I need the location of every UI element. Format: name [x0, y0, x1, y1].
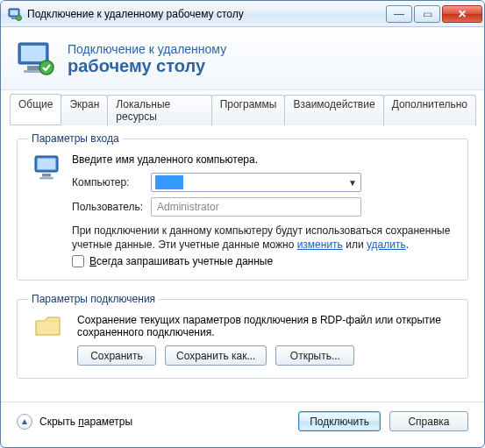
- login-legend: Параметры входа: [28, 132, 123, 145]
- svg-rect-11: [42, 174, 51, 177]
- tab-display[interactable]: Экран: [61, 95, 108, 125]
- footer: ▲ Скрыть параметры Подключить Справка: [1, 402, 484, 440]
- user-label: Пользователь:: [72, 201, 151, 213]
- close-button[interactable]: ✕: [442, 5, 482, 23]
- computer-value: [155, 175, 183, 189]
- header-line2: рабочему столу: [68, 56, 226, 75]
- svg-rect-1: [11, 10, 18, 15]
- rdp-icon: [17, 39, 55, 78]
- header-line1: Подключение к удаленному: [68, 42, 226, 56]
- always-ask-input[interactable]: [72, 255, 84, 267]
- tab-advanced[interactable]: Дополнительно: [383, 95, 476, 125]
- tab-programs[interactable]: Программы: [211, 95, 286, 125]
- username-input[interactable]: [151, 197, 361, 217]
- chevron-down-icon: ▼: [348, 178, 357, 188]
- help-button[interactable]: Справка: [389, 411, 468, 431]
- computer-icon: [28, 153, 68, 267]
- app-icon: [8, 7, 22, 21]
- computer-label: Компьютер:: [72, 176, 151, 188]
- credentials-note: При подключении к данному компьютеру буд…: [72, 224, 457, 252]
- hide-options-toggle[interactable]: ▲ Скрыть параметры: [17, 414, 132, 430]
- edit-credentials-link[interactable]: изменить: [297, 238, 343, 251]
- always-ask-label: Всегда запрашивать учетные данные: [89, 255, 273, 267]
- svg-rect-12: [39, 177, 53, 180]
- save-as-button[interactable]: Сохранить как...: [165, 345, 267, 366]
- login-intro: Введите имя удаленного компьютера.: [72, 153, 457, 166]
- svg-point-3: [17, 15, 22, 20]
- hide-options-label: Скрыть параметры: [39, 416, 132, 428]
- computer-combo[interactable]: ▼: [151, 173, 361, 192]
- save-button[interactable]: Сохранить: [77, 345, 156, 366]
- connection-legend: Параметры подключения: [28, 293, 159, 305]
- chevron-up-icon: ▲: [17, 414, 32, 430]
- maximize-button[interactable]: ▭: [414, 5, 440, 23]
- folder-icon: [28, 314, 68, 366]
- svg-rect-5: [21, 46, 46, 61]
- minimize-button[interactable]: —: [386, 5, 412, 23]
- tab-strip: Общие Экран Локальные ресурсы Программы …: [10, 94, 475, 125]
- rdp-window: Подключение к удаленному рабочему столу …: [0, 0, 485, 448]
- svg-rect-10: [38, 159, 56, 170]
- svg-point-8: [39, 60, 53, 75]
- open-button[interactable]: Открыть...: [275, 345, 354, 366]
- connection-text: Сохранение текущих параметров подключени…: [77, 314, 457, 338]
- tab-general[interactable]: Общие: [10, 94, 61, 124]
- tab-experience[interactable]: Взаимодействие: [284, 95, 383, 125]
- window-title: Подключение к удаленному рабочему столу: [27, 8, 386, 20]
- tab-local-resources[interactable]: Локальные ресурсы: [107, 95, 211, 125]
- connect-button[interactable]: Подключить: [298, 411, 381, 431]
- delete-credentials-link[interactable]: удалить: [367, 238, 406, 251]
- login-group: Параметры входа Введите имя удаленного к…: [17, 132, 468, 281]
- always-ask-checkbox[interactable]: Всегда запрашивать учетные данные: [72, 255, 457, 267]
- connection-group: Параметры подключения Сохранение текущих…: [17, 293, 468, 379]
- svg-rect-6: [27, 66, 39, 70]
- header-banner: Подключение к удаленному рабочему столу: [1, 27, 484, 90]
- title-bar[interactable]: Подключение к удаленному рабочему столу …: [1, 1, 484, 27]
